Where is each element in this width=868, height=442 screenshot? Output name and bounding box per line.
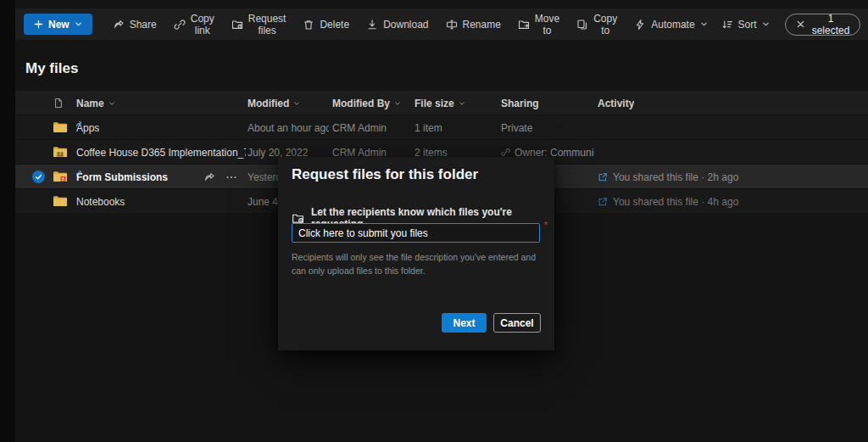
sort-button[interactable]: Sort	[715, 14, 776, 36]
chevron-down-icon	[75, 20, 82, 28]
shared-folder-icon	[53, 145, 68, 159]
chevron-down-icon	[700, 20, 708, 28]
column-header-modified-by[interactable]: Modified By	[332, 91, 401, 115]
required-asterisk: *	[544, 220, 548, 230]
request-files-label: Request files	[248, 13, 287, 36]
modified-by-cell: CRM Admin	[332, 115, 410, 140]
document-icon	[53, 98, 64, 109]
share-button[interactable]: Share	[106, 14, 164, 36]
share-label: Share	[130, 19, 157, 31]
selection-count-pill[interactable]: 1 selected	[785, 14, 861, 36]
sort-label: Sort	[738, 19, 757, 31]
move-to-label: Move to	[535, 13, 559, 36]
more-icon	[225, 171, 237, 183]
file-description-input[interactable]	[292, 223, 540, 243]
window-edge	[0, 0, 15, 442]
new-button[interactable]: New	[24, 14, 92, 35]
chevron-down-icon	[762, 20, 770, 28]
column-header-activity[interactable]: Activity	[598, 91, 634, 115]
command-bar: New Share Copy link	[15, 8, 868, 40]
rename-icon	[446, 19, 458, 31]
link-icon	[501, 148, 510, 157]
automate-icon	[634, 19, 646, 31]
trash-icon	[303, 19, 314, 31]
onedrive-window: New Share Copy link	[0, 0, 868, 442]
modified-cell: About an hour ago	[248, 115, 329, 140]
activity-share-icon	[598, 197, 608, 207]
table-header: Name Modified Modified By File size Shar…	[15, 91, 868, 115]
cancel-button[interactable]: Cancel	[493, 313, 541, 333]
request-files-dialog: Request files for this folder Let the re…	[278, 157, 554, 350]
new-indicator-icon	[76, 120, 83, 129]
copy-link-button[interactable]: Copy link	[167, 14, 221, 36]
file-size-cell: 1 item	[415, 115, 496, 140]
column-header-sharing[interactable]: Sharing	[501, 91, 539, 115]
chevron-down-icon	[459, 100, 465, 107]
sort-icon	[721, 19, 733, 31]
move-to-button[interactable]: Move to	[511, 14, 566, 36]
selection-count-label: 1 selected	[812, 13, 850, 36]
file-type-column-header[interactable]	[53, 91, 70, 115]
rename-label: Rename	[463, 19, 501, 31]
sharing-cell: Private	[501, 115, 594, 140]
folder-badge-icon: B	[53, 170, 68, 183]
delete-label: Delete	[320, 19, 349, 31]
share-icon	[113, 19, 125, 31]
download-icon	[366, 19, 378, 31]
folder-move-icon	[518, 19, 530, 31]
copy-link-label: Copy link	[191, 13, 214, 36]
activity-cell: You shared this file · 4h ago	[598, 189, 852, 214]
copy-to-label: Copy to	[593, 13, 617, 36]
column-header-file-size[interactable]: File size	[415, 91, 465, 115]
plus-icon	[34, 20, 43, 29]
folder-icon	[53, 194, 68, 208]
file-name[interactable]: Notebooks	[76, 189, 246, 214]
checkmark-icon	[35, 173, 42, 181]
folder-request-icon	[231, 19, 243, 31]
folder-icon	[53, 120, 68, 134]
dialog-title: Request files for this folder	[292, 166, 478, 183]
copy-icon	[576, 19, 588, 31]
automate-button[interactable]: Automate	[627, 14, 714, 36]
column-header-modified[interactable]: Modified	[248, 91, 300, 115]
next-button[interactable]: Next	[442, 313, 487, 333]
chevron-down-icon	[293, 100, 300, 107]
activity-share-icon	[598, 172, 608, 182]
table-row-apps[interactable]: Apps About an hour ago CRM Admin 1 item …	[15, 115, 868, 140]
download-button[interactable]: Download	[359, 14, 435, 36]
activity-cell: You shared this file · 2h ago	[598, 165, 852, 189]
share-icon	[203, 171, 215, 183]
chevron-down-icon	[108, 100, 115, 107]
new-indicator-icon	[76, 170, 83, 178]
automate-label: Automate	[651, 19, 694, 31]
delete-button[interactable]: Delete	[296, 14, 356, 36]
column-header-name[interactable]: Name	[76, 91, 115, 115]
new-button-label: New	[48, 19, 70, 31]
file-name[interactable]: Apps	[76, 115, 246, 140]
page-title: My files	[25, 60, 78, 77]
download-label: Download	[383, 19, 428, 31]
rename-button[interactable]: Rename	[439, 14, 508, 36]
copy-to-button[interactable]: Copy to	[570, 14, 624, 36]
link-icon	[174, 19, 186, 31]
chevron-down-icon	[394, 100, 401, 107]
dialog-helper-text: Recipients will only see the file descri…	[292, 250, 542, 278]
row-more-button[interactable]	[225, 171, 237, 183]
close-icon	[796, 20, 805, 29]
request-files-button[interactable]: Request files	[225, 14, 293, 36]
row-share-button[interactable]	[203, 171, 215, 183]
row-selected-checkbox[interactable]	[32, 171, 45, 183]
file-name[interactable]: Coffee House D365 Implementation_7E375..…	[76, 140, 246, 165]
